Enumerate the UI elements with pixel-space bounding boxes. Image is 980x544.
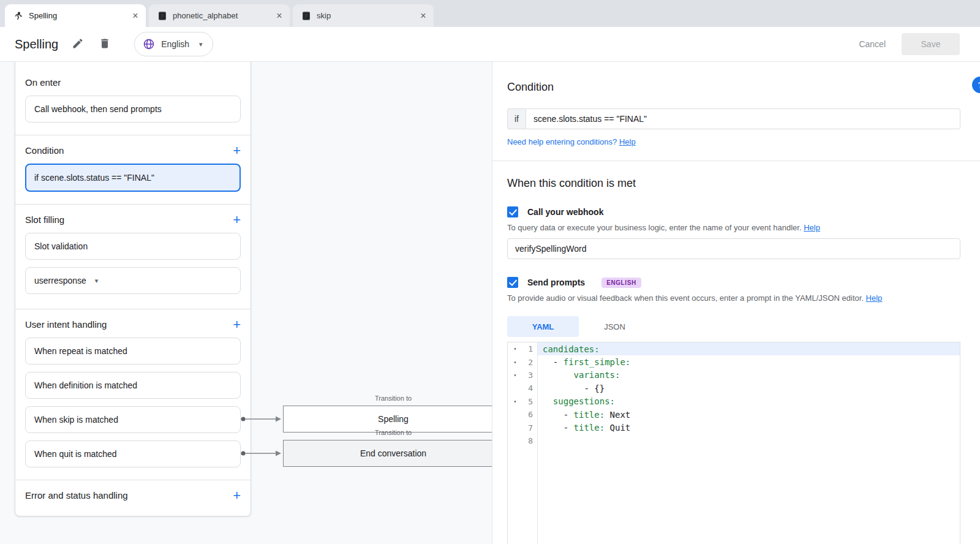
condition-card-selected[interactable]: if scene.slots.status == "FINAL"	[25, 164, 241, 192]
slot-label: Slot validation	[34, 240, 88, 252]
fold-icon[interactable]: ▾	[508, 372, 522, 378]
section-slot-filling: Slot filling + Slot validation userrespo…	[15, 204, 251, 309]
slot-validation-card[interactable]: Slot validation	[25, 233, 241, 260]
section-title: Condition	[25, 145, 64, 156]
if-prefix: if	[507, 108, 526, 129]
add-slot-button[interactable]: +	[233, 214, 241, 225]
tab-strip: Spelling × phonetic_alphabet × skip ×	[0, 0, 980, 27]
close-icon[interactable]: ×	[274, 10, 285, 21]
tab-spelling[interactable]: Spelling ×	[5, 4, 146, 27]
close-icon[interactable]: ×	[130, 10, 141, 21]
transition-target: Spelling	[378, 414, 409, 424]
delete-button[interactable]	[99, 37, 112, 51]
code-content[interactable]: suggestions:	[538, 395, 960, 408]
section-error-handling: Error and status handling +	[15, 480, 251, 513]
prompts-checkbox[interactable]	[507, 277, 518, 288]
webhook-check-row: Call your webhook	[507, 206, 960, 217]
edit-button[interactable]	[72, 37, 85, 51]
code-line: 8	[508, 434, 960, 447]
intent-label: When repeat is matched	[34, 345, 127, 357]
prompts-label: Send prompts	[527, 278, 585, 287]
section-condition: Condition + if scene.slots.status == "FI…	[15, 135, 251, 204]
tab-yaml[interactable]: YAML	[507, 316, 579, 337]
intent-card-quit[interactable]: When quit is matched	[25, 440, 241, 467]
description-text: To provide audio or visual feedback when…	[507, 293, 864, 303]
add-intent-button[interactable]: +	[233, 319, 241, 330]
help-link[interactable]: Help	[804, 223, 820, 232]
help-link[interactable]: Help	[619, 137, 636, 146]
save-button[interactable]: Save	[902, 33, 960, 55]
when-met-title: When this condition is met	[507, 176, 960, 190]
tab-label: phonetic_alphabet	[173, 11, 268, 20]
language-selector[interactable]: English ▾	[134, 32, 213, 56]
intent-card-repeat[interactable]: When repeat is matched	[25, 338, 241, 365]
scene-canvas: On enter Call webhook, then send prompts…	[0, 62, 492, 544]
webhook-description: To query data or execute your business l…	[507, 223, 960, 233]
line-number: 7	[522, 423, 538, 433]
condition-help-line: Need help entering conditions? Help	[507, 137, 960, 146]
panel-title: Condition	[507, 80, 960, 94]
code-content[interactable]: - title: Next	[538, 408, 960, 421]
editor-format-tabs: YAML JSON	[507, 316, 960, 337]
slot-label: userresponse	[34, 274, 86, 287]
scene-header: Spelling English ▾ Cancel Save	[0, 27, 980, 62]
transition-caption: Transition to	[283, 429, 492, 436]
code-content[interactable]: - title: Quit	[538, 421, 960, 434]
code-content[interactable]	[538, 434, 960, 447]
code-line: 4 - {}	[508, 382, 960, 395]
fold-icon[interactable]: ▾	[508, 399, 522, 404]
panel-divider	[492, 161, 980, 161]
line-number: 1	[522, 344, 538, 353]
scene-card: On enter Call webhook, then send prompts…	[15, 62, 251, 516]
intent-label: When definition is matched	[34, 379, 137, 391]
transition-caption: Transition to	[283, 395, 492, 402]
pencil-icon	[72, 37, 84, 50]
cancel-button[interactable]: Cancel	[859, 39, 886, 49]
code-content[interactable]: - {}	[538, 382, 960, 395]
section-title: Slot filling	[25, 214, 64, 225]
line-number: 6	[522, 410, 538, 419]
code-line: 7 - title: Quit	[508, 421, 960, 434]
tab-json[interactable]: JSON	[579, 316, 650, 337]
fold-icon[interactable]: ▾	[508, 360, 522, 365]
yaml-editor[interactable]: ▾ 1 candidates: ▾ 2 - first_simple: ▾ 3 …	[507, 342, 960, 544]
code-content[interactable]: variants:	[538, 369, 960, 382]
close-icon[interactable]: ×	[418, 10, 429, 21]
line-number: 2	[522, 358, 538, 367]
help-link[interactable]: Help	[866, 293, 883, 303]
add-condition-button[interactable]: +	[233, 145, 241, 156]
tab-skip[interactable]: skip ×	[293, 4, 434, 27]
condition-label: if scene.slots.status == "FINAL"	[34, 172, 154, 184]
intent-label: When skip is matched	[34, 414, 118, 426]
line-number: 5	[522, 397, 538, 406]
tab-label: skip	[317, 11, 412, 20]
scene-icon	[13, 11, 23, 21]
intent-icon	[301, 11, 311, 21]
page-title: Spelling	[15, 37, 58, 51]
chevron-down-icon: ▾	[95, 274, 99, 287]
code-line: ▾ 1 candidates:	[508, 342, 960, 355]
add-error-handler-button[interactable]: +	[233, 490, 241, 501]
prompts-description: To provide audio or visual feedback when…	[507, 293, 960, 303]
on-enter-handler-card[interactable]: Call webhook, then send prompts	[25, 96, 241, 123]
webhook-handler-input[interactable]	[507, 238, 960, 259]
tab-label: Spelling	[29, 11, 124, 20]
section-title: User intent handling	[25, 319, 107, 330]
section-title: On enter	[25, 77, 61, 88]
language-badge: ENGLISH	[601, 278, 641, 288]
intent-card-skip[interactable]: When skip is matched	[25, 406, 241, 433]
code-line: ▾ 3 variants:	[508, 369, 960, 382]
condition-detail-panel: ? Condition if Need help entering condit…	[492, 62, 980, 544]
transition-box-end-conversation[interactable]: End conversation	[283, 440, 492, 467]
slot-userresponse-card[interactable]: userresponse ▾	[25, 267, 241, 294]
condition-expression-input[interactable]	[526, 108, 960, 129]
help-icon[interactable]: ?	[972, 77, 980, 93]
code-content[interactable]: - first_simple:	[538, 355, 960, 368]
description-text: To query data or execute your business l…	[507, 223, 802, 232]
line-number: 8	[522, 436, 538, 445]
tab-phonetic-alphabet[interactable]: phonetic_alphabet ×	[149, 4, 290, 27]
intent-card-definition[interactable]: When definition is matched	[25, 372, 241, 399]
webhook-checkbox[interactable]	[507, 206, 518, 217]
fold-icon[interactable]: ▾	[508, 346, 522, 352]
code-content[interactable]: candidates:	[538, 342, 960, 355]
